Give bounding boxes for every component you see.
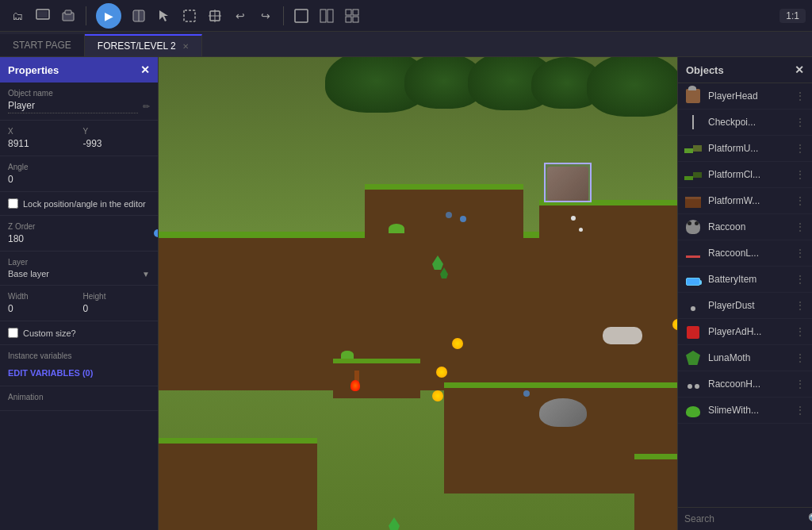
tab-forest-close[interactable]: ✕ [182,42,189,51]
toolbar-icon-files[interactable]: 🗂 [6,5,29,27]
object-item-battery[interactable]: BatteryItem ⋮ [678,267,812,293]
object-item-raccoonh[interactable]: RaccoonH... ⋮ [678,371,812,398]
platformw-menu[interactable]: ⋮ [795,194,806,207]
prop-angle: Angle 0 [0,156,158,192]
raccoon-icon [684,218,702,236]
lock-checkbox[interactable] [8,198,18,209]
objects-title: Objects [686,64,724,76]
edit-name-icon[interactable]: ✏ [143,102,150,112]
layer-label: Layer [8,258,150,267]
x-value: 8911 [8,138,75,149]
width-value: 0 [8,303,75,314]
animation-label: Animation [8,393,150,401]
playerdust-menu[interactable]: ⋮ [795,299,806,312]
object-item-raccoon[interactable]: Raccoon ⋮ [678,214,812,240]
objects-close[interactable]: ✕ [795,63,804,76]
object-item-platformu[interactable]: PlatformU... ⋮ [678,136,812,162]
tabbar: START PAGE FOREST/LEVEL 2 ✕ [0,32,812,57]
platform-step [634,454,677,530]
toolbar-icon-redo[interactable]: ↪ [255,5,277,27]
platformcl-menu[interactable]: ⋮ [795,168,806,181]
layer-value[interactable]: Base layer [8,269,139,278]
lock-checkbox-label[interactable]: Lock position/angle in the editor [8,198,150,209]
slimewith-menu[interactable]: ⋮ [795,404,806,417]
height-value: 0 [83,303,151,314]
objects-search-input[interactable] [684,513,803,524]
search-icon: 🔍 [808,513,812,525]
platformu-icon [684,140,702,157]
toolbar-icon-undo[interactable]: ↩ [229,5,251,27]
checkpoint-menu[interactable]: ⋮ [795,116,806,129]
instance-vars-label: Instance variables [8,351,150,360]
playerhead-icon [684,87,702,105]
object-item-checkpoint[interactable]: Checkpoi... ⋮ [678,109,812,136]
edit-vars-button[interactable]: EDIT VARIABLES (0) [8,368,93,378]
toolbar-icon-move[interactable] [204,5,226,27]
toolbar-icon-pointer[interactable] [153,5,175,27]
toolbar-icon-build[interactable] [128,5,150,27]
prop-lock: Lock position/angle in the editor [0,192,158,216]
properties-close[interactable]: ✕ [140,63,150,76]
svg-rect-14 [346,10,351,15]
object-item-raccoonal[interactable]: RaccoonL... ⋮ [678,240,812,267]
platformcl-icon [684,166,702,183]
toolbar-icon-grid2[interactable] [316,5,338,27]
object-item-platformw[interactable]: PlatformW... ⋮ [678,188,812,214]
object-name-label: Object name [8,89,150,98]
raccoon-sprite[interactable] [539,398,587,427]
object-item-slimewith[interactable]: SlimeWith... ⋮ [678,398,812,424]
platformw-icon [684,192,702,209]
play-button[interactable]: ▶ [96,3,121,29]
zoom-label: 1:1 [786,10,799,21]
customsize-checkbox[interactable] [8,328,18,338]
battery-menu[interactable]: ⋮ [795,273,806,286]
object-item-platformcl[interactable]: PlatformCl... ⋮ [678,162,812,188]
toolbar: 🗂 ▶ ↩ ↪ [0,0,812,32]
playeradh-menu[interactable]: ⋮ [795,325,806,338]
object-item-playerdust[interactable]: PlayerDust ⋮ [678,293,812,319]
platform-float-left [333,359,420,398]
torch-1 [353,371,360,391]
raccoonal-menu[interactable]: ⋮ [795,247,806,259]
battery-icon [684,271,702,288]
particle-1 [460,216,466,222]
toolbar-icon-grid1[interactable] [290,5,312,27]
raccoonh-menu[interactable]: ⋮ [795,378,806,390]
svg-rect-15 [353,10,358,15]
toolbar-icon-obj[interactable] [57,5,79,27]
platformu-menu[interactable]: ⋮ [795,142,806,155]
tab-forest[interactable]: FOREST/LEVEL 2 ✕ [85,34,202,56]
toolbar-icon-grid3[interactable] [341,5,363,27]
object-item-playerhead[interactable]: PlayerHead ⋮ [678,83,812,109]
lunamoth-menu[interactable]: ⋮ [795,351,806,364]
main-area: Properties ✕ Object name ✏ X 8911 Y -993 [0,57,812,530]
toolbar-icon-scene[interactable] [32,5,54,27]
zorder-value: 180 [8,233,150,244]
customsize-checkbox-label[interactable]: Custom size? [8,328,150,338]
tab-start[interactable]: START PAGE [0,34,85,56]
raccoon-menu[interactable]: ⋮ [795,221,806,233]
properties-panel: Properties ✕ Object name ✏ X 8911 Y -993 [0,57,159,530]
game-canvas-area[interactable] [159,57,677,530]
particle-white-1 [571,216,576,221]
prop-object-name: Object name ✏ [0,83,158,121]
object-item-lunamoth[interactable]: LunaMoth ⋮ [678,345,812,371]
raccoonh-icon [684,375,702,393]
layer-arrow-icon[interactable]: ▼ [142,270,150,278]
object-item-playeradh[interactable]: PlayerAdH... ⋮ [678,319,812,345]
properties-header: Properties ✕ [0,57,158,83]
toolbar-icon-select[interactable] [178,5,201,27]
svg-rect-7 [184,10,195,21]
grass-deco-1 [389,224,404,233]
zorder-label: Z Order [8,222,150,231]
platform-right [539,200,677,248]
object-name-input[interactable] [8,100,138,113]
objects-search-bar: 🔍 [678,507,812,530]
playerhead-menu[interactable]: ⋮ [795,90,806,102]
platform-ground-left [159,438,317,530]
svg-marker-6 [159,10,168,21]
object-name-value: ✏ [8,100,150,113]
x-label: X [8,127,75,136]
platformw-name: PlatformW... [708,195,788,206]
svg-rect-1 [38,11,48,17]
